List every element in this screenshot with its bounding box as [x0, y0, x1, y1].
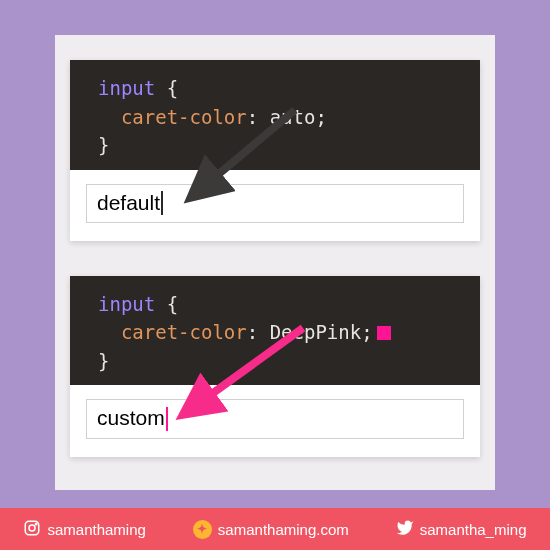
input-custom[interactable]: custom	[86, 399, 464, 438]
code-block: input { caret-color: DeepPink; }	[70, 276, 480, 386]
brace: {	[167, 293, 178, 315]
input-text: custom	[97, 406, 165, 429]
input-text: default	[97, 191, 160, 214]
code-property: caret-color	[121, 106, 247, 128]
colon: :	[247, 321, 258, 343]
input-preview-wrap: default	[70, 170, 480, 241]
caret-deeppink	[166, 407, 168, 431]
footer-bar: samanthaming ✦ samanthaming.com samantha…	[0, 508, 550, 550]
brace: {	[167, 77, 178, 99]
code-value: DeepPink	[270, 321, 362, 343]
code-selector: input	[98, 293, 155, 315]
caret-default	[161, 191, 163, 215]
color-swatch-icon	[377, 326, 391, 340]
example-default: input { caret-color: auto; } default	[70, 60, 480, 241]
code-selector: input	[98, 77, 155, 99]
example-custom: input { caret-color: DeepPink; } custom	[70, 276, 480, 457]
semi: ;	[315, 106, 326, 128]
footer-instagram[interactable]: samanthaming	[23, 519, 145, 540]
svg-point-5	[29, 525, 35, 531]
code-block: input { caret-color: auto; }	[70, 60, 480, 170]
logo-icon: ✦	[193, 520, 212, 539]
snippet-canvas: input { caret-color: auto; } default	[55, 35, 495, 490]
colon: :	[247, 106, 258, 128]
footer-website-label: samanthaming.com	[218, 521, 349, 538]
code-value: auto	[270, 106, 316, 128]
footer-twitter[interactable]: samantha_ming	[396, 519, 527, 540]
brace: }	[98, 134, 109, 156]
code-property: caret-color	[121, 321, 247, 343]
input-default[interactable]: default	[86, 184, 464, 223]
input-preview-wrap: custom	[70, 385, 480, 456]
semi: ;	[361, 321, 372, 343]
twitter-icon	[396, 519, 414, 540]
svg-point-6	[36, 523, 38, 525]
instagram-icon	[23, 519, 41, 540]
footer-instagram-label: samanthaming	[47, 521, 145, 538]
footer-twitter-label: samantha_ming	[420, 521, 527, 538]
brace: }	[98, 350, 109, 372]
footer-website[interactable]: ✦ samanthaming.com	[193, 520, 349, 539]
